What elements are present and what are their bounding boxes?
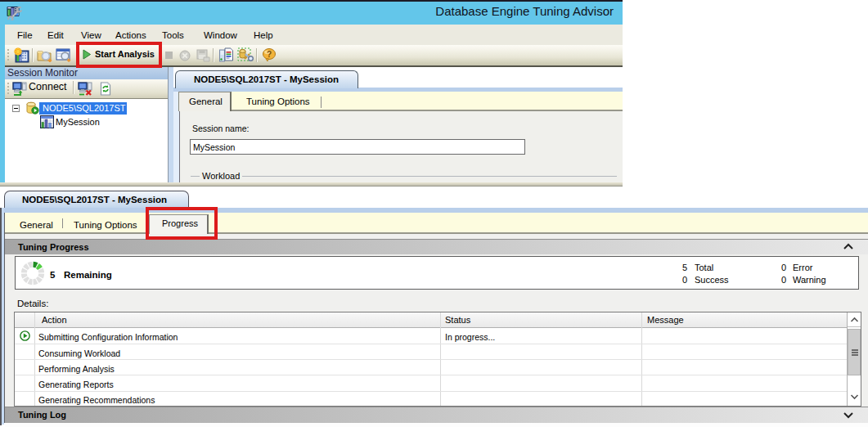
svg-text:?: ? <box>267 50 272 59</box>
